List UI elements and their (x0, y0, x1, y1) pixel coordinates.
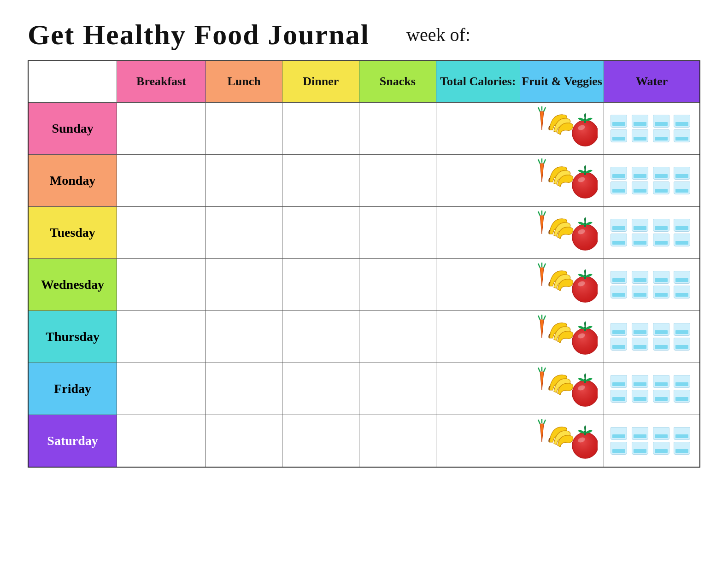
lunch-cell-friday[interactable] (205, 363, 282, 415)
snacks-cell-tuesday[interactable] (359, 206, 436, 258)
dinner-cell-tuesday[interactable] (282, 206, 359, 258)
water-glasses-grid (607, 423, 697, 458)
water-glass (653, 338, 669, 351)
svg-point-13 (572, 172, 598, 198)
fruit-cell-monday (520, 154, 604, 206)
dinner-cell-friday[interactable] (282, 363, 359, 415)
day-cell-tuesday: Tuesday (28, 206, 117, 258)
breakfast-cell-wednesday[interactable] (117, 258, 206, 310)
calories-cell-wednesday[interactable] (436, 258, 520, 310)
water-glass (674, 234, 690, 246)
dinner-cell-thursday[interactable] (282, 310, 359, 363)
water-glasses-grid (607, 267, 697, 302)
calories-cell-monday[interactable] (436, 154, 520, 206)
breakfast-cell-tuesday[interactable] (117, 206, 206, 258)
lunch-cell-thursday[interactable] (205, 310, 282, 363)
col-header-fruit: Fruit & Veggies (520, 61, 604, 102)
table-row: Monday (28, 154, 700, 206)
water-glasses-grid (607, 111, 697, 146)
snacks-cell-monday[interactable] (359, 154, 436, 206)
breakfast-cell-friday[interactable] (117, 363, 206, 415)
fruit-cell-friday (520, 363, 604, 415)
day-cell-wednesday: Wednesday (28, 258, 117, 310)
col-header-breakfast: Breakfast (117, 61, 206, 102)
water-glass (611, 219, 627, 232)
water-glass (653, 115, 669, 128)
water-glass (611, 271, 627, 284)
water-glass (611, 234, 627, 246)
water-cell-saturday (604, 415, 700, 467)
water-glass (611, 375, 627, 388)
water-glass (632, 219, 648, 232)
svg-marker-16 (540, 216, 544, 234)
calories-cell-thursday[interactable] (436, 310, 520, 363)
food-journal-table: Breakfast Lunch Dinner Snacks Total Calo… (28, 60, 700, 468)
water-glass (632, 115, 648, 128)
lunch-cell-saturday[interactable] (205, 415, 282, 467)
col-header-snacks: Snacks (359, 61, 436, 102)
water-glass (611, 181, 627, 194)
svg-line-51 (544, 420, 546, 424)
svg-line-11 (544, 159, 546, 164)
breakfast-cell-monday[interactable] (117, 154, 206, 206)
svg-point-37 (572, 328, 598, 354)
dinner-cell-monday[interactable] (282, 154, 359, 206)
col-header-dinner: Dinner (282, 61, 359, 102)
water-glass (653, 129, 669, 142)
snacks-cell-sunday[interactable] (359, 102, 436, 154)
dinner-cell-saturday[interactable] (282, 415, 359, 467)
table-row: Sunday (28, 102, 700, 154)
water-glass (611, 129, 627, 142)
water-glass (653, 375, 669, 388)
water-glass (632, 167, 648, 180)
water-glass (674, 271, 690, 284)
fruit-cell-saturday (520, 415, 604, 467)
table-row: Wednesday (28, 258, 700, 310)
lunch-cell-monday[interactable] (205, 154, 282, 206)
water-glass (674, 390, 690, 403)
water-glass (653, 181, 669, 194)
table-row: Saturday (28, 415, 700, 467)
svg-line-33 (538, 316, 540, 320)
dinner-cell-sunday[interactable] (282, 102, 359, 154)
water-glass (611, 338, 627, 351)
breakfast-cell-thursday[interactable] (117, 310, 206, 363)
day-cell-thursday: Thursday (28, 310, 117, 363)
water-cell-thursday (604, 310, 700, 363)
lunch-cell-tuesday[interactable] (205, 206, 282, 258)
snacks-cell-thursday[interactable] (359, 310, 436, 363)
lunch-cell-sunday[interactable] (205, 102, 282, 154)
svg-line-43 (544, 368, 546, 372)
day-cell-sunday: Sunday (28, 102, 117, 154)
water-glasses-grid (607, 319, 697, 354)
col-header-lunch: Lunch (205, 61, 282, 102)
week-of-label: week of: (406, 24, 470, 46)
water-glass (611, 427, 627, 440)
svg-line-49 (538, 420, 540, 424)
snacks-cell-wednesday[interactable] (359, 258, 436, 310)
svg-marker-0 (540, 111, 544, 130)
dinner-cell-wednesday[interactable] (282, 258, 359, 310)
calories-cell-saturday[interactable] (436, 415, 520, 467)
water-glass (611, 323, 627, 336)
water-glass (632, 286, 648, 299)
svg-point-21 (572, 224, 598, 250)
day-cell-monday: Monday (28, 154, 117, 206)
svg-point-53 (572, 433, 598, 458)
water-cell-sunday (604, 102, 700, 154)
col-header-day (28, 61, 117, 102)
water-glass (653, 442, 669, 455)
snacks-cell-friday[interactable] (359, 363, 436, 415)
breakfast-cell-saturday[interactable] (117, 415, 206, 467)
water-glass (653, 323, 669, 336)
calories-cell-friday[interactable] (436, 363, 520, 415)
lunch-cell-wednesday[interactable] (205, 258, 282, 310)
water-glass (632, 390, 648, 403)
calories-cell-tuesday[interactable] (436, 206, 520, 258)
breakfast-cell-sunday[interactable] (117, 102, 206, 154)
snacks-cell-saturday[interactable] (359, 415, 436, 467)
table-row: Tuesday (28, 206, 700, 258)
water-glass (674, 286, 690, 299)
water-glasses-grid (607, 215, 697, 250)
calories-cell-sunday[interactable] (436, 102, 520, 154)
